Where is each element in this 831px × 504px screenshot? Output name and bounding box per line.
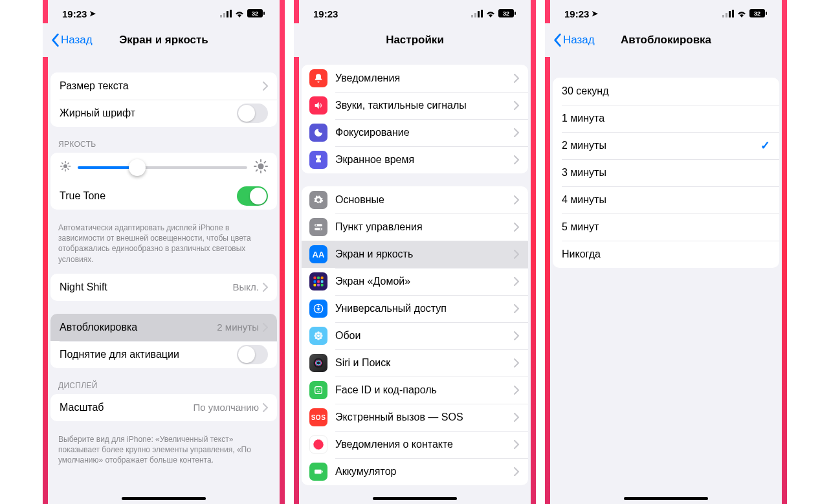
settings-row[interactable]: Аккумулятор <box>302 458 528 485</box>
text-size-row[interactable]: Размер текста <box>50 72 277 100</box>
autolock-option[interactable]: 3 минуты <box>553 159 779 186</box>
chevron-right-icon <box>514 74 519 83</box>
settings-row[interactable]: Основные <box>302 186 528 214</box>
svg-rect-36 <box>314 277 316 279</box>
location-icon: ➤ <box>89 9 96 18</box>
siri-icon <box>309 354 327 372</box>
settings-row[interactable]: Пункт управления <box>302 214 528 241</box>
true-tone-toggle[interactable] <box>237 186 268 206</box>
chevron-right-icon <box>514 331 519 340</box>
svg-rect-3 <box>230 10 232 17</box>
moon-icon <box>309 124 327 142</box>
svg-line-24 <box>265 162 266 163</box>
wifi-icon <box>737 8 747 19</box>
back-button[interactable]: Назад <box>553 33 595 47</box>
svg-rect-0 <box>220 15 222 17</box>
svg-line-12 <box>62 163 63 164</box>
chevron-right-icon <box>514 386 519 395</box>
settings-row[interactable]: Экранное время <box>302 146 528 173</box>
svg-line-22 <box>265 170 266 171</box>
home-indicator[interactable] <box>624 497 708 500</box>
gear-icon <box>309 191 327 209</box>
back-button[interactable]: Назад <box>50 33 93 47</box>
brightness-header: ЯРКОСТЬ <box>58 140 269 149</box>
status-bar: 19:23 ➤ 32 <box>545 0 787 23</box>
svg-point-63 <box>314 440 324 450</box>
home-indicator[interactable] <box>373 497 457 500</box>
autolock-option[interactable]: 1 минута <box>553 105 779 132</box>
autolock-option[interactable]: 5 минут <box>553 214 779 241</box>
raise-to-wake-row[interactable]: Поднятие для активации <box>50 341 277 368</box>
svg-rect-37 <box>317 277 320 279</box>
autolock-option[interactable]: 2 минуты✓ <box>553 132 779 159</box>
svg-point-33 <box>315 225 316 226</box>
nav-bar: Настройки <box>294 23 536 57</box>
svg-text:32: 32 <box>754 10 760 17</box>
wifi-icon <box>234 8 245 19</box>
svg-text:32: 32 <box>252 10 258 17</box>
svg-rect-71 <box>766 12 767 15</box>
status-time: 19:23 <box>62 8 87 19</box>
grid-icon <box>309 272 327 290</box>
settings-row[interactable]: Экран «Домой» <box>302 268 528 295</box>
settings-row[interactable]: Универсальный доступ <box>302 295 528 322</box>
bold-text-toggle[interactable] <box>237 104 268 123</box>
svg-rect-65 <box>322 471 322 473</box>
settings-row-label: Основные <box>335 194 514 206</box>
svg-rect-1 <box>223 13 225 17</box>
settings-row-label: Уведомления <box>335 72 514 84</box>
chevron-right-icon <box>514 467 519 476</box>
chevron-right-icon <box>514 413 519 422</box>
settings-row[interactable]: Siri и Поиск <box>302 349 528 377</box>
svg-rect-25 <box>471 15 473 17</box>
text-size-label: Размер текста <box>60 80 263 92</box>
settings-row[interactable]: Фокусирование <box>302 119 528 146</box>
svg-rect-39 <box>314 280 316 283</box>
brightness-slider[interactable] <box>78 166 247 169</box>
settings-row[interactable]: SOSЭкстренный вызов — SOS <box>302 404 528 431</box>
autolock-option[interactable]: Никогда <box>553 241 779 268</box>
svg-rect-67 <box>726 13 727 17</box>
hourglass-icon <box>309 151 327 169</box>
settings-row[interactable]: Face ID и код-пароль <box>302 377 528 404</box>
settings-row-label: Обои <box>335 330 514 342</box>
svg-rect-68 <box>729 11 731 17</box>
settings-row[interactable]: Уведомления <box>302 65 528 92</box>
status-time: 19:23 <box>564 8 589 19</box>
chevron-right-icon <box>263 323 268 332</box>
chevron-right-icon <box>514 250 519 259</box>
settings-row-label: Экран и яркость <box>335 248 514 260</box>
phone-autolock: 19:23 ➤ 32 Назад Автоблокировка 30 секун… <box>545 0 787 504</box>
settings-row[interactable]: Обои <box>302 322 528 349</box>
night-shift-row[interactable]: Night Shift Выкл. <box>50 274 277 301</box>
settings-row[interactable]: Звуки, тактильные сигналы <box>302 92 528 119</box>
settings-row-label: Универсальный доступ <box>335 303 514 314</box>
autolock-row[interactable]: Автоблокировка 2 минуты <box>50 314 277 341</box>
sun-large-icon <box>254 159 268 176</box>
svg-point-52 <box>315 333 318 335</box>
display-zoom-footer: Выберите вид для iPhone: «Увеличенный те… <box>58 434 269 466</box>
svg-point-55 <box>319 336 322 339</box>
svg-rect-28 <box>481 10 483 17</box>
settings-row[interactable]: AAЭкран и яркость <box>302 241 528 268</box>
back-label: Назад <box>563 34 595 47</box>
sun-small-icon <box>60 160 71 175</box>
svg-point-35 <box>320 228 321 230</box>
chevron-right-icon <box>263 82 268 91</box>
true-tone-row[interactable]: True Tone <box>50 182 277 210</box>
bold-text-row[interactable]: Жирный шрифт <box>50 100 277 127</box>
sos-icon: SOS <box>309 408 327 426</box>
svg-rect-30 <box>515 12 516 15</box>
raise-to-wake-toggle[interactable] <box>237 345 268 364</box>
access-icon <box>309 300 327 318</box>
autolock-option[interactable]: 4 минуты <box>553 186 779 214</box>
bold-text-label: Жирный шрифт <box>60 107 237 119</box>
night-shift-label: Night Shift <box>60 281 233 293</box>
svg-text:32: 32 <box>503 10 509 17</box>
autolock-option[interactable]: 30 секунд <box>553 78 779 105</box>
settings-row[interactable]: Уведомления о контакте <box>302 431 528 458</box>
display-zoom-row[interactable]: Масштаб По умолчанию <box>50 394 277 421</box>
home-indicator[interactable] <box>122 497 206 500</box>
svg-point-16 <box>258 163 263 169</box>
autolock-value: 2 минуты <box>217 322 259 333</box>
